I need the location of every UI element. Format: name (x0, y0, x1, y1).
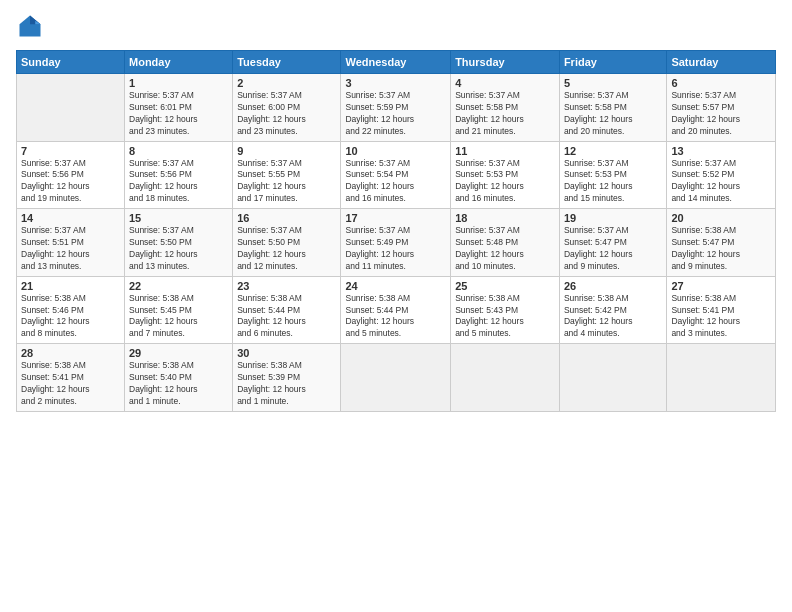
day-number: 25 (455, 280, 555, 292)
day-cell: 19Sunrise: 5:37 AM Sunset: 5:47 PM Dayli… (559, 209, 666, 277)
header-cell-wednesday: Wednesday (341, 51, 451, 74)
day-number: 2 (237, 77, 336, 89)
day-cell: 17Sunrise: 5:37 AM Sunset: 5:49 PM Dayli… (341, 209, 451, 277)
day-info: Sunrise: 5:37 AM Sunset: 5:53 PM Dayligh… (564, 158, 662, 206)
day-cell: 22Sunrise: 5:38 AM Sunset: 5:45 PM Dayli… (125, 276, 233, 344)
day-number: 14 (21, 212, 120, 224)
day-info: Sunrise: 5:37 AM Sunset: 5:57 PM Dayligh… (671, 90, 771, 138)
day-number: 4 (455, 77, 555, 89)
day-cell: 30Sunrise: 5:38 AM Sunset: 5:39 PM Dayli… (233, 344, 341, 412)
day-cell: 23Sunrise: 5:38 AM Sunset: 5:44 PM Dayli… (233, 276, 341, 344)
day-number: 18 (455, 212, 555, 224)
header-cell-sunday: Sunday (17, 51, 125, 74)
day-cell (667, 344, 776, 412)
header-cell-tuesday: Tuesday (233, 51, 341, 74)
day-cell: 2Sunrise: 5:37 AM Sunset: 6:00 PM Daylig… (233, 74, 341, 142)
day-cell: 11Sunrise: 5:37 AM Sunset: 5:53 PM Dayli… (451, 141, 560, 209)
day-cell: 28Sunrise: 5:38 AM Sunset: 5:41 PM Dayli… (17, 344, 125, 412)
day-cell: 16Sunrise: 5:37 AM Sunset: 5:50 PM Dayli… (233, 209, 341, 277)
day-info: Sunrise: 5:37 AM Sunset: 5:56 PM Dayligh… (21, 158, 120, 206)
day-number: 29 (129, 347, 228, 359)
day-cell: 27Sunrise: 5:38 AM Sunset: 5:41 PM Dayli… (667, 276, 776, 344)
day-cell: 25Sunrise: 5:38 AM Sunset: 5:43 PM Dayli… (451, 276, 560, 344)
day-number: 10 (345, 145, 446, 157)
day-cell: 6Sunrise: 5:37 AM Sunset: 5:57 PM Daylig… (667, 74, 776, 142)
day-cell (341, 344, 451, 412)
day-info: Sunrise: 5:37 AM Sunset: 5:52 PM Dayligh… (671, 158, 771, 206)
day-number: 20 (671, 212, 771, 224)
day-number: 22 (129, 280, 228, 292)
day-cell: 5Sunrise: 5:37 AM Sunset: 5:58 PM Daylig… (559, 74, 666, 142)
day-info: Sunrise: 5:38 AM Sunset: 5:46 PM Dayligh… (21, 293, 120, 341)
day-info: Sunrise: 5:37 AM Sunset: 5:53 PM Dayligh… (455, 158, 555, 206)
day-number: 7 (21, 145, 120, 157)
day-number: 8 (129, 145, 228, 157)
day-info: Sunrise: 5:37 AM Sunset: 5:50 PM Dayligh… (237, 225, 336, 273)
day-info: Sunrise: 5:37 AM Sunset: 5:51 PM Dayligh… (21, 225, 120, 273)
day-cell (559, 344, 666, 412)
day-cell: 13Sunrise: 5:37 AM Sunset: 5:52 PM Dayli… (667, 141, 776, 209)
week-row-2: 7Sunrise: 5:37 AM Sunset: 5:56 PM Daylig… (17, 141, 776, 209)
header-cell-monday: Monday (125, 51, 233, 74)
day-number: 12 (564, 145, 662, 157)
day-cell: 14Sunrise: 5:37 AM Sunset: 5:51 PM Dayli… (17, 209, 125, 277)
day-info: Sunrise: 5:38 AM Sunset: 5:41 PM Dayligh… (21, 360, 120, 408)
day-info: Sunrise: 5:37 AM Sunset: 5:59 PM Dayligh… (345, 90, 446, 138)
day-cell: 1Sunrise: 5:37 AM Sunset: 6:01 PM Daylig… (125, 74, 233, 142)
day-cell: 15Sunrise: 5:37 AM Sunset: 5:50 PM Dayli… (125, 209, 233, 277)
day-number: 6 (671, 77, 771, 89)
day-cell: 4Sunrise: 5:37 AM Sunset: 5:58 PM Daylig… (451, 74, 560, 142)
day-info: Sunrise: 5:37 AM Sunset: 5:58 PM Dayligh… (455, 90, 555, 138)
day-cell (17, 74, 125, 142)
header-cell-thursday: Thursday (451, 51, 560, 74)
week-row-3: 14Sunrise: 5:37 AM Sunset: 5:51 PM Dayli… (17, 209, 776, 277)
day-info: Sunrise: 5:37 AM Sunset: 5:50 PM Dayligh… (129, 225, 228, 273)
day-info: Sunrise: 5:38 AM Sunset: 5:41 PM Dayligh… (671, 293, 771, 341)
day-info: Sunrise: 5:37 AM Sunset: 5:48 PM Dayligh… (455, 225, 555, 273)
day-cell: 20Sunrise: 5:38 AM Sunset: 5:47 PM Dayli… (667, 209, 776, 277)
day-number: 19 (564, 212, 662, 224)
day-cell: 3Sunrise: 5:37 AM Sunset: 5:59 PM Daylig… (341, 74, 451, 142)
day-cell: 12Sunrise: 5:37 AM Sunset: 5:53 PM Dayli… (559, 141, 666, 209)
day-number: 24 (345, 280, 446, 292)
calendar-page: SundayMondayTuesdayWednesdayThursdayFrid… (0, 0, 792, 612)
day-number: 11 (455, 145, 555, 157)
logo (16, 12, 48, 40)
day-number: 17 (345, 212, 446, 224)
header-cell-friday: Friday (559, 51, 666, 74)
day-cell: 24Sunrise: 5:38 AM Sunset: 5:44 PM Dayli… (341, 276, 451, 344)
header-cell-saturday: Saturday (667, 51, 776, 74)
day-info: Sunrise: 5:37 AM Sunset: 5:47 PM Dayligh… (564, 225, 662, 273)
week-row-4: 21Sunrise: 5:38 AM Sunset: 5:46 PM Dayli… (17, 276, 776, 344)
day-info: Sunrise: 5:38 AM Sunset: 5:44 PM Dayligh… (345, 293, 446, 341)
day-number: 21 (21, 280, 120, 292)
day-info: Sunrise: 5:38 AM Sunset: 5:43 PM Dayligh… (455, 293, 555, 341)
day-number: 5 (564, 77, 662, 89)
day-number: 27 (671, 280, 771, 292)
day-cell: 8Sunrise: 5:37 AM Sunset: 5:56 PM Daylig… (125, 141, 233, 209)
day-info: Sunrise: 5:37 AM Sunset: 6:01 PM Dayligh… (129, 90, 228, 138)
day-number: 28 (21, 347, 120, 359)
header-row: SundayMondayTuesdayWednesdayThursdayFrid… (17, 51, 776, 74)
day-cell: 9Sunrise: 5:37 AM Sunset: 5:55 PM Daylig… (233, 141, 341, 209)
day-info: Sunrise: 5:38 AM Sunset: 5:47 PM Dayligh… (671, 225, 771, 273)
day-number: 30 (237, 347, 336, 359)
day-info: Sunrise: 5:38 AM Sunset: 5:45 PM Dayligh… (129, 293, 228, 341)
day-number: 3 (345, 77, 446, 89)
day-cell: 7Sunrise: 5:37 AM Sunset: 5:56 PM Daylig… (17, 141, 125, 209)
day-info: Sunrise: 5:37 AM Sunset: 5:54 PM Dayligh… (345, 158, 446, 206)
day-info: Sunrise: 5:38 AM Sunset: 5:40 PM Dayligh… (129, 360, 228, 408)
day-info: Sunrise: 5:37 AM Sunset: 5:58 PM Dayligh… (564, 90, 662, 138)
day-cell: 10Sunrise: 5:37 AM Sunset: 5:54 PM Dayli… (341, 141, 451, 209)
day-info: Sunrise: 5:38 AM Sunset: 5:44 PM Dayligh… (237, 293, 336, 341)
day-cell: 18Sunrise: 5:37 AM Sunset: 5:48 PM Dayli… (451, 209, 560, 277)
day-info: Sunrise: 5:37 AM Sunset: 5:49 PM Dayligh… (345, 225, 446, 273)
day-cell: 26Sunrise: 5:38 AM Sunset: 5:42 PM Dayli… (559, 276, 666, 344)
day-number: 15 (129, 212, 228, 224)
day-number: 9 (237, 145, 336, 157)
day-number: 26 (564, 280, 662, 292)
day-cell: 29Sunrise: 5:38 AM Sunset: 5:40 PM Dayli… (125, 344, 233, 412)
day-number: 23 (237, 280, 336, 292)
week-row-5: 28Sunrise: 5:38 AM Sunset: 5:41 PM Dayli… (17, 344, 776, 412)
calendar-table: SundayMondayTuesdayWednesdayThursdayFrid… (16, 50, 776, 412)
